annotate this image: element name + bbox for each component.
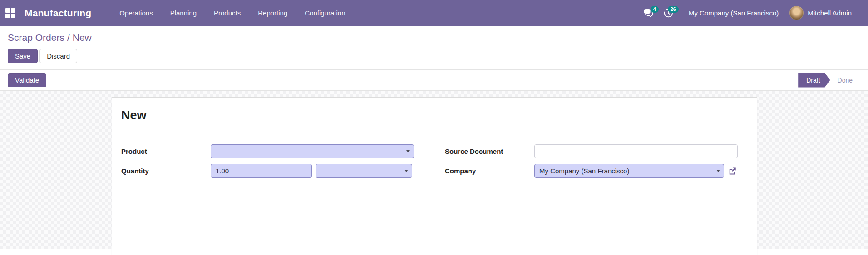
product-dropdown[interactable] — [211, 144, 414, 158]
quantity-input[interactable] — [211, 164, 312, 178]
breadcrumb: Scrap Orders/New — [8, 32, 868, 43]
breadcrumb-separator: / — [64, 32, 73, 43]
product-label: Product — [121, 147, 211, 155]
top-navbar: Manufacturing Operations Planning Produc… — [0, 0, 868, 26]
app-title[interactable]: Manufacturing — [25, 8, 91, 19]
source-document-label: Source Document — [445, 147, 534, 155]
uom-dropdown[interactable] — [316, 164, 412, 178]
messages-button[interactable]: 4 — [641, 5, 656, 21]
apps-grid-icon — [5, 8, 15, 18]
form-statusbar-row: Validate Draft Done — [0, 70, 868, 91]
company-switcher[interactable]: My Company (San Francisco) — [689, 9, 779, 17]
menu-configuration[interactable]: Configuration — [297, 5, 352, 20]
discard-button[interactable]: Discard — [39, 49, 77, 63]
stage-done[interactable]: Done — [830, 73, 860, 88]
menu-reporting[interactable]: Reporting — [251, 5, 295, 20]
form-sheet: New Product Source Document — [112, 97, 757, 255]
avatar — [789, 6, 804, 20]
source-document-input[interactable] — [534, 144, 738, 158]
field-row-quantity: Quantity — [121, 164, 424, 178]
stage-draft[interactable]: Draft — [798, 73, 830, 88]
uom-input[interactable] — [316, 164, 412, 178]
field-row-company: Company — [445, 164, 748, 178]
company-dropdown[interactable] — [534, 164, 724, 178]
breadcrumb-scrap-orders[interactable]: Scrap Orders — [8, 32, 64, 43]
menu-planning[interactable]: Planning — [163, 5, 204, 20]
form-grid: Product Source Document Quantity — [121, 144, 748, 178]
main-menu: Operations Planning Products Reporting C… — [112, 5, 352, 20]
activities-count-badge: 26 — [668, 6, 679, 13]
field-row-product: Product — [121, 144, 424, 158]
save-button[interactable]: Save — [8, 49, 38, 63]
messages-count-badge: 4 — [651, 6, 659, 13]
company-input[interactable] — [534, 164, 724, 178]
menu-operations[interactable]: Operations — [112, 5, 160, 20]
user-menu[interactable]: Mitchell Admin — [789, 6, 852, 20]
apps-menu-button[interactable] — [0, 0, 21, 26]
record-title: New — [121, 108, 748, 123]
product-input[interactable] — [211, 144, 414, 158]
quantity-label: Quantity — [121, 167, 211, 175]
company-label: Company — [445, 167, 534, 175]
user-name: Mitchell Admin — [808, 9, 852, 17]
breadcrumb-current: New — [73, 32, 92, 43]
navbar-systray: 4 26 My Company (San Francisco) Mitchell… — [641, 5, 868, 21]
external-link-icon[interactable] — [728, 166, 738, 176]
menu-products[interactable]: Products — [207, 5, 248, 20]
content-area: New Product Source Document — [0, 91, 868, 249]
control-panel: Scrap Orders/New Save Discard — [0, 26, 868, 70]
activities-button[interactable]: 26 — [661, 5, 676, 21]
statusbar: Draft Done — [798, 70, 860, 90]
validate-button[interactable]: Validate — [8, 73, 46, 87]
field-row-source-document: Source Document — [445, 144, 748, 158]
